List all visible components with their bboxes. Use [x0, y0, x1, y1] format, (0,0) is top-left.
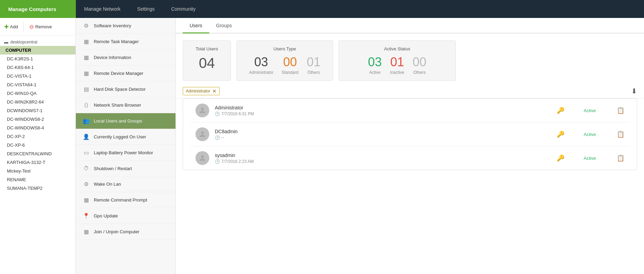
tab-users[interactable]: Users [183, 18, 209, 33]
network-share-browser-icon: ⟨⟩ [83, 102, 90, 108]
svg-point-1 [201, 131, 204, 134]
menu-item-shutdown-restart[interactable]: ⏱Shutdown / Restart [76, 161, 175, 176]
tree-item-mickey-test[interactable]: Mickey-Test [0, 167, 76, 175]
add-label: Add [10, 24, 18, 29]
main-content: Users Groups Total Users 04 Users Type 0… [176, 18, 644, 274]
user-row: sysadmin 🕐 7/7/2016 2:23 AM 🔑 Active 📋 [190, 146, 630, 170]
others-status-count: 00 [413, 55, 426, 69]
svg-point-0 [201, 108, 204, 110]
menu-item-laptop-battery[interactable]: ▭Laptop Battery Power Monitor [76, 145, 175, 161]
software-inventory-label: Software Inventory [94, 23, 131, 28]
remove-icon: ⊖ [29, 23, 34, 30]
menu-item-remote-command-prompt[interactable]: ▦Remote Command Prompt [76, 192, 175, 208]
user-time: 🕐 7/7/2016 6:31 PM [215, 111, 551, 116]
add-icon: ✚ [4, 23, 9, 30]
active-status-card: Active Status 03 Active 01 Inactive 00 O… [339, 40, 456, 81]
gpo-update-icon: 📍 [83, 213, 90, 219]
tree-item-dc-win2k8r2-64[interactable]: DC-WIN2K8R2-64 [0, 98, 76, 106]
admin-count: 03 [254, 55, 268, 69]
menu-item-remote-task-manager[interactable]: ▦Remote Task Manager [76, 34, 175, 50]
tree-item-dc-xp-2[interactable]: DC-XP-2 [0, 132, 76, 141]
shutdown-restart-label: Shutdown / Restart [94, 166, 132, 171]
tree-item-dc-windows8-2[interactable]: DC-WINDOWS8-2 [0, 115, 76, 124]
menu-item-currently-logged-on[interactable]: 👤Currently Logged On User [76, 129, 175, 145]
brand-label[interactable]: Manage Computers [0, 0, 76, 18]
tree-group: ▬ desktopcentral [0, 38, 76, 46]
hard-disk-space-label: Hard Disk Space Detector [94, 87, 145, 92]
others-status-stat: 00 Others [413, 55, 426, 75]
avatar-icon [198, 130, 207, 138]
tree-item-sumana-temp2[interactable]: SUMANA-TEMP2 [0, 184, 76, 193]
menu-item-wake-on-lan[interactable]: ⚙Wake On Lan [76, 176, 175, 192]
tab-groups[interactable]: Groups [209, 18, 239, 33]
tabs-bar: Users Groups [176, 18, 644, 33]
user-list: Administrator 🕐 7/7/2016 6:31 PM 🔑 Activ… [183, 99, 637, 170]
main-layout: ✚ Add ⊖ Remove ▬ desktopcentral COMPUTER… [0, 18, 644, 274]
tree-item-computer[interactable]: COMPUTER [0, 46, 76, 55]
admin-label: Administrator [249, 70, 273, 75]
clock-icon: 🕐 [215, 135, 220, 140]
inactive-stat: 01 Inactive [390, 55, 404, 75]
others-type-stat: 01 Others [307, 55, 321, 75]
nav-community[interactable]: Community [163, 0, 204, 18]
nav-settings[interactable]: Settings [129, 0, 163, 18]
user-action-icon[interactable]: 📋 [617, 130, 624, 138]
clock-icon: 🕐 [215, 159, 220, 164]
tree-item-deskcentralwind[interactable]: DESKCENTRALWIND [0, 149, 76, 158]
local-users-groups-icon: 👥 [83, 118, 90, 124]
filter-row: Administrator ✕ ⬇ [176, 84, 644, 98]
user-name: DC8admin [215, 129, 551, 134]
user-action-icon[interactable]: 📋 [617, 107, 624, 114]
remote-command-prompt-icon: ▦ [83, 197, 90, 203]
nav-manage-network[interactable]: Manage Network [76, 0, 129, 18]
remote-device-manager-label: Remote Device Manager [94, 71, 143, 76]
user-info: DC8admin 🕐 -- [215, 129, 551, 140]
menu-item-software-inventory[interactable]: ⚙Software Inventory [76, 18, 175, 34]
standard-count: 00 [283, 55, 297, 69]
filter-tag-close[interactable]: ✕ [212, 88, 217, 94]
sidebar-mid: ⚙Software Inventory▦Remote Task Manager▦… [76, 18, 176, 274]
tree-item-dc-windows8-4[interactable]: DC-WINDOWS8-4 [0, 124, 76, 132]
remote-device-manager-icon: ▦ [83, 70, 90, 77]
menu-item-local-users-groups[interactable]: 👥Local Users and Groups [76, 113, 175, 129]
standard-label: Standard [282, 70, 299, 75]
tree-item-dc-xp-6[interactable]: DC-XP-6 [0, 141, 76, 149]
administrator-stat: 03 Administrator [249, 55, 273, 75]
remote-task-manager-icon: ▦ [83, 38, 90, 45]
menu-item-hard-disk-space[interactable]: ▤Hard Disk Space Detector [76, 81, 175, 97]
menu-item-gpo-update[interactable]: 📍Gpo Update [76, 208, 175, 224]
user-time: 🕐 -- [215, 135, 551, 140]
user-list-container: Administrator 🕐 7/7/2016 6:31 PM 🔑 Activ… [183, 98, 637, 170]
user-avatar [195, 151, 209, 165]
tree-item-karthiga-3132-t[interactable]: KARTHIGA-3132-T [0, 158, 76, 167]
clock-icon: 🕐 [215, 111, 220, 116]
local-users-groups-label: Local Users and Groups [94, 118, 142, 124]
download-icon[interactable]: ⬇ [631, 87, 637, 95]
laptop-battery-label: Laptop Battery Power Monitor [94, 150, 153, 155]
tree-item-dc-win10-qa[interactable]: DC-WIN10-QA [0, 89, 76, 98]
tree-item-dc-k8s-64-1[interactable]: DC-K8S-64-1 [0, 63, 76, 72]
active-status-row: 03 Active 01 Inactive 00 Others [368, 55, 426, 75]
menu-item-remote-device-manager[interactable]: ▦Remote Device Manager [76, 66, 175, 81]
tree-items: COMPUTERDC-K3R2S-1DC-K8S-64-1DC-VISTA-1D… [0, 46, 76, 193]
menu-item-join-unjoin-computer[interactable]: ▦Join / Unjoin Computer [76, 224, 175, 240]
tree-group-label: desktopcentral [10, 40, 37, 45]
avatar-icon [198, 106, 207, 115]
tree-item-dcwindows7-1[interactable]: DCWINDOWS7-1 [0, 106, 76, 115]
menu-item-network-share-browser[interactable]: ⟨⟩Network Share Browser [76, 97, 175, 113]
computer-tree: ▬ desktopcentral COMPUTERDC-K3R2S-1DC-K8… [0, 36, 76, 195]
device-information-label: Device Information [94, 55, 131, 60]
toolbar-divider [23, 21, 24, 32]
tree-item-dc-vista-1[interactable]: DC-VISTA-1 [0, 72, 76, 80]
tree-item-dc-vista64-1[interactable]: DC-VISTA64-1 [0, 80, 76, 89]
wake-on-lan-icon: ⚙ [83, 181, 90, 187]
currently-logged-on-label: Currently Logged On User [94, 134, 146, 139]
remove-button[interactable]: ⊖ Remove [29, 23, 52, 30]
tree-item-dc-k3r2s-1[interactable]: DC-K3R2S-1 [0, 55, 76, 63]
remote-command-prompt-label: Remote Command Prompt [94, 197, 147, 203]
add-button[interactable]: ✚ Add [4, 23, 18, 30]
tree-item-rename[interactable]: RENAME [0, 175, 76, 184]
menu-item-device-information[interactable]: ▦Device Information [76, 50, 175, 66]
user-time: 🕐 7/7/2016 2:23 AM [215, 159, 551, 164]
user-action-icon[interactable]: 📋 [617, 154, 624, 162]
